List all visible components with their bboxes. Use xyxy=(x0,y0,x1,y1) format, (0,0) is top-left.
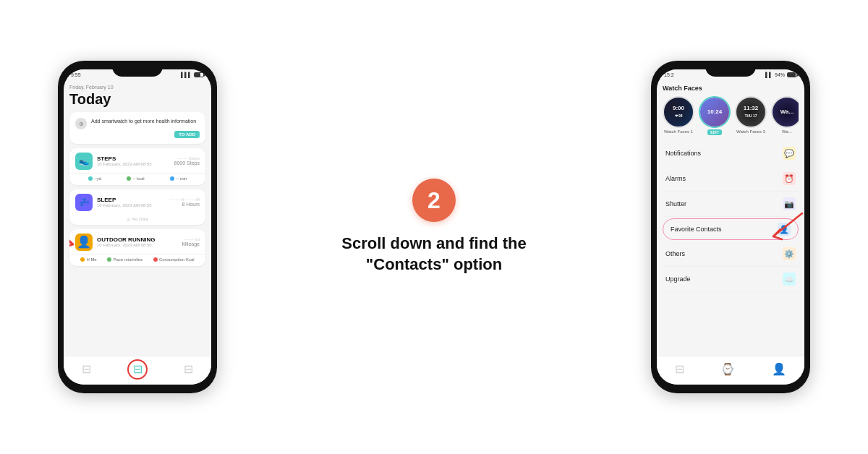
steps-icon: 👟 xyxy=(75,153,93,170)
wf3-label: Watch Faces 3 xyxy=(736,129,765,134)
instruction-line-1: Scroll down and find the xyxy=(341,234,526,252)
running-stat-3: Consumption Kcal xyxy=(153,257,195,262)
watch-face-4[interactable]: Wa... Wa... xyxy=(771,96,799,135)
nav-2-list[interactable]: ⊟ xyxy=(675,362,684,376)
nav-item-middle[interactable]: ⊟ xyxy=(127,359,148,380)
arrow-2 xyxy=(766,213,804,241)
wf4-label: Wa... xyxy=(782,129,792,134)
sleep-title: SLEEP xyxy=(97,197,165,203)
to-add-button[interactable]: TO ADD xyxy=(174,131,200,138)
phone-1: 9:55 ▌▌▌ Friday, February 10 Today ⊕ Add… xyxy=(58,61,217,393)
bottom-nav-1: ⊟ ⊟ ⊟ xyxy=(64,356,211,385)
add-smartwatch-icon: ⊕ xyxy=(75,118,87,129)
watch-face-2[interactable]: 10:24 EDIT xyxy=(699,96,731,135)
signal-icon-2: ▌▌ xyxy=(765,72,773,77)
running-value: — — yd Mileage xyxy=(182,237,200,247)
nav-circle[interactable]: ⊟ xyxy=(127,359,148,380)
add-smartwatch-card: ⊕ Add smartwatch to get more health info… xyxy=(69,112,205,144)
steps-date: 10 February, 2023 AM 08:55 xyxy=(97,162,170,166)
running-title: OUTDOOR RUNNING xyxy=(97,236,177,243)
others-icon: ⚙️ xyxy=(783,247,796,260)
status-right-2: ▌▌ 94% xyxy=(765,72,797,77)
center-section: 2 Scroll down and find the "Contacts" op… xyxy=(333,179,535,275)
watch-face-circle-3: 11:32THU 17 xyxy=(735,96,767,128)
menu-list: Notifications 💬 Alarms ⏰ Shutter 📷 xyxy=(663,141,799,292)
bottom-nav-2: ⊟ ⌚ 👤 xyxy=(657,356,804,385)
phone-1-notch xyxy=(112,61,163,77)
shutter-label: Shutter xyxy=(665,200,686,207)
menu-item-shutter[interactable]: Shutter 📷 xyxy=(663,192,799,217)
arrow-1 xyxy=(69,229,80,252)
alarms-label: Alarms xyxy=(665,175,686,182)
steps-stat-2: -- kcal xyxy=(127,176,144,181)
step-number-circle: 2 xyxy=(412,179,456,222)
watch-face-circle-4: Wa... xyxy=(771,96,799,128)
phone-1-content: Friday, February 10 Today ⊕ Add smartwat… xyxy=(64,79,211,381)
step-number: 2 xyxy=(427,187,441,214)
upgrade-icon: ☁️ xyxy=(783,273,796,286)
steps-value: — — Steps 6000 Steps xyxy=(174,156,200,166)
steps-stat-1: --yd xyxy=(88,176,101,181)
phone-2: 15:2 ▌▌ 94% Watch Faces 9:00❤ 98 Wat xyxy=(651,61,810,393)
sleep-card: 💤 SLEEP 10 February, 2023 AM 08:55 — — H… xyxy=(69,189,205,225)
favorite-contacts-label: Favorite Contacts xyxy=(671,226,722,233)
shutter-icon: 📷 xyxy=(783,197,796,210)
phone-2-content: Watch Faces 9:00❤ 98 Watch Faces 1 10:24 xyxy=(657,79,804,381)
notifications-icon: 💬 xyxy=(783,147,796,160)
sleep-value: — — H — — M 8 Hours xyxy=(169,197,200,207)
add-smartwatch-text: Add smartwatch to get more health inform… xyxy=(91,118,200,125)
notifications-label: Notifications xyxy=(665,150,701,157)
nav-item-list[interactable]: ⊟ xyxy=(82,362,91,376)
nav-2-person[interactable]: 👤 xyxy=(772,362,786,376)
menu-item-upgrade[interactable]: Upgrade ☁️ xyxy=(663,267,799,292)
watch-face-circle-1: 9:00❤ 98 xyxy=(663,96,694,128)
running-date: 10 February, 2023 AM 08:55 xyxy=(97,243,177,247)
watch-faces-title: Watch Faces xyxy=(663,85,799,92)
phone-2-screen: 15:2 ▌▌ 94% Watch Faces 9:00❤ 98 Wat xyxy=(657,69,804,385)
signal-icon: ▌▌▌ xyxy=(181,72,192,77)
running-stat-2: Pace mia/miles xyxy=(107,257,142,262)
steps-card: 👟 STEPS 10 February, 2023 AM 08:55 — — S… xyxy=(69,148,205,185)
watch-face-1[interactable]: 9:00❤ 98 Watch Faces 1 xyxy=(663,96,694,135)
others-label: Others xyxy=(665,250,685,257)
steps-header: 👟 STEPS 10 February, 2023 AM 08:55 — — S… xyxy=(69,148,205,173)
sleep-header: 💤 SLEEP 10 February, 2023 AM 08:55 — — H… xyxy=(69,189,205,214)
menu-item-others[interactable]: Others ⚙️ xyxy=(663,241,799,267)
steps-stats: --yd -- kcal -- min xyxy=(69,173,205,185)
wf1-label: Watch Faces 1 xyxy=(664,129,693,134)
sleep-icon: 💤 xyxy=(75,194,93,211)
steps-stat-3: -- min xyxy=(170,176,187,181)
watch-faces-section: Watch Faces 9:00❤ 98 Watch Faces 1 10:24 xyxy=(663,85,799,135)
battery-text-2: 94% xyxy=(775,72,785,77)
upgrade-label: Upgrade xyxy=(665,275,691,283)
menu-item-alarms[interactable]: Alarms ⏰ xyxy=(663,166,799,192)
running-stat-1: H Me xyxy=(80,257,96,262)
phone-2-notch xyxy=(705,61,756,77)
status-time-1: 9:55 xyxy=(71,72,81,77)
nav-2-watch[interactable]: ⌚ xyxy=(720,362,735,376)
battery-icon-2 xyxy=(787,72,797,77)
status-right-1: ▌▌▌ xyxy=(181,72,204,77)
alarms-icon: ⏰ xyxy=(783,172,796,185)
today-title: Today xyxy=(69,91,205,108)
instruction-text: Scroll down and find the "Contacts" opti… xyxy=(341,234,526,275)
add-smartwatch-row: ⊕ Add smartwatch to get more health info… xyxy=(75,118,200,138)
running-stats: H Me Pace mia/miles Consumption Kcal xyxy=(69,254,205,266)
running-card: 👤 OUTDOOR RUNNING 10 February, 2023 AM 0… xyxy=(69,229,205,266)
watch-face-3[interactable]: 11:32THU 17 Watch Faces 3 xyxy=(735,96,767,135)
wf2-edit-badge[interactable]: EDIT xyxy=(707,129,721,135)
status-time-2: 15:2 xyxy=(664,72,674,77)
sleep-info: SLEEP 10 February, 2023 AM 08:55 xyxy=(97,197,165,207)
sleep-no-data: ⊙ No Data xyxy=(69,214,205,225)
running-header: 👤 OUTDOOR RUNNING 10 February, 2023 AM 0… xyxy=(69,229,205,254)
steps-info: STEPS 10 February, 2023 AM 08:55 xyxy=(97,155,170,166)
watch-faces-row: 9:00❤ 98 Watch Faces 1 10:24 EDIT xyxy=(663,96,799,135)
sleep-date: 10 February, 2023 AM 08:55 xyxy=(97,203,165,207)
running-info: OUTDOOR RUNNING 10 February, 2023 AM 08:… xyxy=(97,236,177,247)
battery-icon-1 xyxy=(194,72,204,77)
menu-item-notifications[interactable]: Notifications 💬 xyxy=(663,141,799,166)
instruction-line-2: "Contacts" option xyxy=(366,255,502,273)
phone-1-screen: 9:55 ▌▌▌ Friday, February 10 Today ⊕ Add… xyxy=(64,69,211,385)
date-label: Friday, February 10 xyxy=(69,85,205,90)
nav-item-person[interactable]: ⊟ xyxy=(184,362,193,376)
